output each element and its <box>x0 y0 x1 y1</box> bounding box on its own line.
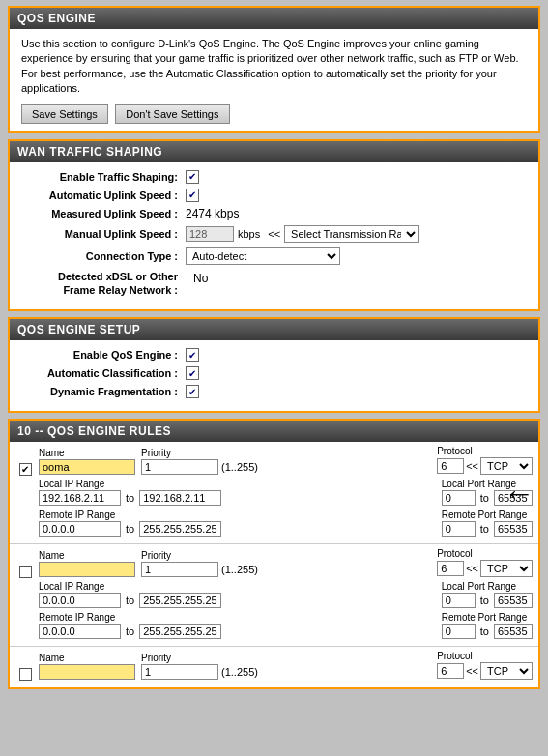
rule-2-remote-ip-to[interactable] <box>139 624 221 639</box>
rule-2-name-input[interactable] <box>39 562 135 577</box>
rule-2-name-label: Name <box>39 550 135 561</box>
rule-1-protocol-select[interactable]: TCPUDPBothOther <box>480 457 533 475</box>
rule-3-checkbox[interactable] <box>19 668 32 681</box>
manual-uplink-input[interactable] <box>186 226 234 242</box>
connection-type-select[interactable]: Auto-detect DSL Cable Other <box>186 247 340 265</box>
rule-1-protocol-input[interactable] <box>437 458 464 474</box>
detected-xdsl-row: Detected xDSL or Other Frame Relay Netwo… <box>21 270 527 298</box>
select-transmission-rate[interactable]: Select Transmission Rate <box>284 225 419 243</box>
arrow-indicator: ← <box>504 475 534 510</box>
rule-1-protocol-op: << <box>466 460 478 472</box>
rule-1-local-ip-to-text: to <box>126 492 134 506</box>
rule-1-remote-ip-label: Remote IP Range <box>39 509 221 520</box>
automatic-uplink-row: Automatic Uplink Speed : ✔ <box>21 189 527 202</box>
auto-classification-label: Automatic Classification : <box>21 367 186 379</box>
rule-1-local-ip-to[interactable] <box>139 490 221 506</box>
rule-3-protocol-select[interactable]: TCPUDPBothOther <box>480 662 533 680</box>
auto-classification-row: Automatic Classification : ✔ <box>21 366 527 380</box>
detected-xdsl-value: No <box>193 270 208 285</box>
rule-2-local-port-to[interactable] <box>494 593 533 608</box>
enable-traffic-shaping-row: Enable Traffic Shaping: ✔ <box>21 170 527 184</box>
connection-type-row: Connection Type : Auto-detect DSL Cable … <box>21 247 527 265</box>
rule-1-local-port-from[interactable] <box>442 490 476 506</box>
rule-2-local-ip-from[interactable] <box>39 593 121 608</box>
dynamic-frag-label: Dynamic Fragmentation : <box>21 386 186 397</box>
rule-1-local-ip-from[interactable] <box>39 490 121 506</box>
rule-1-remote-port-from[interactable] <box>442 521 476 537</box>
rule-1-remote-port-to[interactable] <box>494 521 533 537</box>
rule-3-protocol-input[interactable] <box>437 663 464 679</box>
rule-2-priority-label: Priority <box>141 550 258 561</box>
rule-row-1: ✔ Name Priority (1..255) <box>10 442 538 544</box>
rule-row-3: Name Priority (1..255) Protocol <box>10 647 538 687</box>
qos-engine-body: Use this section to configure D-Link's Q… <box>10 29 538 131</box>
automatic-uplink-label: Automatic Uplink Speed : <box>21 189 186 201</box>
qos-engine-setup-body: Enable QoS Engine : ✔ Automatic Classifi… <box>10 340 538 411</box>
dynamic-frag-checkbox[interactable]: ✔ <box>186 385 199 398</box>
rule-2-remote-ip-label: Remote IP Range <box>39 612 221 623</box>
automatic-uplink-checkbox[interactable]: ✔ <box>186 189 199 202</box>
rule-2-protocol-label: Protocol <box>437 548 533 559</box>
rule-2-local-ip-label: Local IP Range <box>39 581 221 592</box>
rule-1-name-label: Name <box>39 448 135 458</box>
rule-1-remote-ip-to[interactable] <box>139 521 221 537</box>
qos-engine-rules-section: 10 -- QOS ENGINE RULES ✔ Name Priority <box>8 419 540 689</box>
qos-engine-description: Use this section to configure D-Link's Q… <box>21 37 527 97</box>
rule-1-remote-port-label: Remote Port Range <box>442 509 533 520</box>
enable-qos-checkbox[interactable]: ✔ <box>186 348 199 362</box>
save-settings-button[interactable]: Save Settings <box>21 104 108 124</box>
rule-1-priority-input[interactable] <box>141 459 218 475</box>
rule-2-local-port-from[interactable] <box>442 593 476 608</box>
rule-1-name-input[interactable] <box>39 459 135 475</box>
enable-qos-row: Enable QoS Engine : ✔ <box>21 348 527 362</box>
dont-save-settings-button[interactable]: Don't Save Settings <box>115 104 229 124</box>
rule-2-remote-ip-to-text: to <box>126 625 134 639</box>
rule-3-protocol-label: Protocol <box>437 651 533 661</box>
rule-1-local-ip-label: Local IP Range <box>39 479 221 489</box>
rule-3-priority-label: Priority <box>141 653 258 663</box>
qos-engine-rules-header: 10 -- QOS ENGINE RULES <box>10 421 538 442</box>
measured-uplink-label: Measured Uplink Speed : <box>21 208 186 219</box>
rule-1-checkbox[interactable]: ✔ <box>19 463 32 476</box>
connection-type-label: Connection Type : <box>21 250 186 262</box>
enable-traffic-shaping-label: Enable Traffic Shaping: <box>21 171 186 183</box>
rule-2-remote-ip-from[interactable] <box>39 624 121 639</box>
rule-3-priority-input[interactable] <box>141 664 218 680</box>
rule-3-name-input[interactable] <box>39 664 135 680</box>
rule-2-priority-input[interactable] <box>141 562 218 577</box>
rule-2-checkbox[interactable] <box>19 566 32 578</box>
rule-2-priority-range: (1..255) <box>221 564 258 575</box>
qos-engine-section: QOS ENGINE Use this section to configure… <box>8 6 540 133</box>
rule-2-remote-port-label: Remote Port Range <box>442 612 533 623</box>
rule-1-priority-range: (1..255) <box>221 461 258 473</box>
rule-2-remote-port-to[interactable] <box>494 624 533 639</box>
measured-uplink-value: 2474 kbps <box>186 207 239 220</box>
auto-classification-checkbox[interactable]: ✔ <box>186 366 199 380</box>
rule-2-protocol-input[interactable] <box>437 561 464 576</box>
measured-uplink-row: Measured Uplink Speed : 2474 kbps <box>21 207 527 220</box>
detected-xdsl-label1: Detected xDSL or Other <box>21 270 186 283</box>
rule-2-remote-port-from[interactable] <box>442 624 476 639</box>
rule-2-protocol-op: << <box>466 563 478 574</box>
rule-1-priority-label: Priority <box>141 448 258 458</box>
rule-row-2: Name Priority (1..255) Protocol <box>10 544 538 647</box>
rule-1-remote-port-to-text: to <box>480 523 489 537</box>
wan-traffic-shaping-section: WAN TRAFFIC SHAPING Enable Traffic Shapi… <box>8 139 540 312</box>
dynamic-frag-row: Dynamic Fragmentation : ✔ <box>21 385 527 398</box>
rule-1-remote-ip-from[interactable] <box>39 521 121 537</box>
qos-engine-setup-section: QOS ENGINE SETUP Enable QoS Engine : ✔ A… <box>8 317 540 413</box>
enable-traffic-shaping-checkbox[interactable]: ✔ <box>186 170 199 184</box>
rule-2-local-port-label: Local Port Range <box>442 581 533 592</box>
manual-uplink-row: Manual Uplink Speed : kbps << Select Tra… <box>21 225 527 243</box>
manual-uplink-unit: kbps <box>238 228 260 240</box>
rule-2-remote-port-to-text: to <box>480 625 489 639</box>
qos-engine-setup-header: QOS ENGINE SETUP <box>10 319 538 340</box>
rule-2-local-port-to-text: to <box>480 595 489 608</box>
rule-3-priority-range: (1..255) <box>221 666 258 678</box>
rule-2-protocol-select[interactable]: TCPUDPBothOther <box>480 560 533 577</box>
manual-uplink-label: Manual Uplink Speed : <box>21 228 186 240</box>
enable-qos-label: Enable QoS Engine : <box>21 349 186 361</box>
detected-xdsl-label2: Frame Relay Network : <box>21 283 186 297</box>
rule-3-name-label: Name <box>39 653 135 663</box>
rule-2-local-ip-to[interactable] <box>139 593 221 608</box>
